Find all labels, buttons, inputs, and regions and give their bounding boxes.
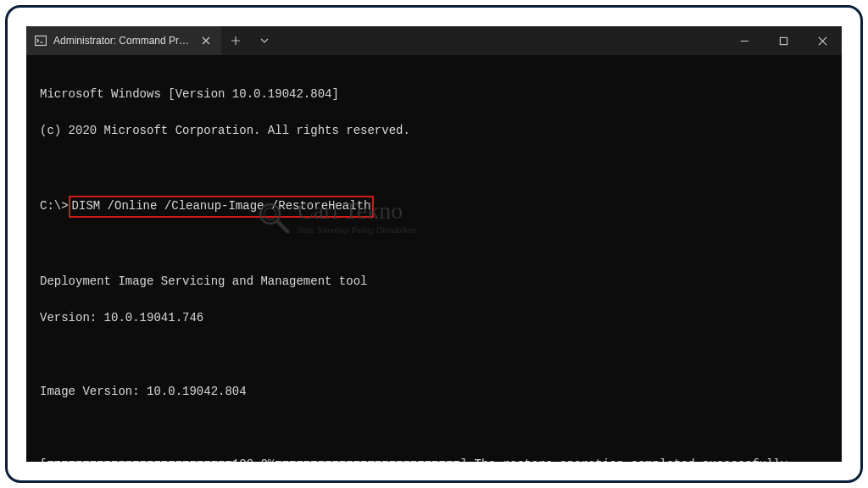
new-tab-button[interactable] [221,26,250,55]
blank-line [40,236,828,254]
svg-rect-0 [36,36,47,46]
prompt-text: C:\> [40,197,69,216]
minimize-button[interactable] [725,26,764,55]
dism-version-line: Version: 10.0.19041.746 [40,309,828,328]
outer-frame: Administrator: Command Prompt [5,5,863,483]
blank-line [40,158,828,177]
blank-line [40,346,828,364]
tab-dropdown-button[interactable] [250,26,279,55]
image-version-line: Image Version: 10.0.19042.804 [40,383,828,402]
terminal-window: Administrator: Command Prompt [26,26,842,462]
tab-actions [221,26,279,55]
watermark-subtitle: Situs Teknologi Paling Diandalkan [298,226,416,235]
dism-command: DISM /Online /Cleanup-Image /RestoreHeal… [72,199,371,213]
terminal-body[interactable]: Microsoft Windows [Version 10.0.19042.80… [26,55,842,462]
tab-command-prompt[interactable]: Administrator: Command Prompt [26,26,221,55]
maximize-button[interactable] [764,26,803,55]
tab-title: Administrator: Command Prompt [53,35,192,47]
tab-close-icon[interactable] [199,34,213,47]
window-controls [725,26,842,55]
progress-line: [==========================100.0%=======… [40,456,828,462]
svg-line-4 [278,222,287,231]
close-button[interactable] [803,26,842,55]
copyright-line: (c) 2020 Microsoft Corporation. All righ… [40,122,828,141]
blank-line [40,419,828,438]
svg-rect-1 [780,37,787,44]
dism-title-line: Deployment Image Servicing and Managemen… [40,273,828,291]
command-line: C:\>DISM /Online /Cleanup-Image /Restore… [40,196,828,218]
windows-version-line: Microsoft Windows [Version 10.0.19042.80… [40,86,828,104]
command-highlight: DISM /Online /Cleanup-Image /RestoreHeal… [69,196,375,218]
cmd-icon [35,35,47,47]
titlebar: Administrator: Command Prompt [26,26,842,55]
